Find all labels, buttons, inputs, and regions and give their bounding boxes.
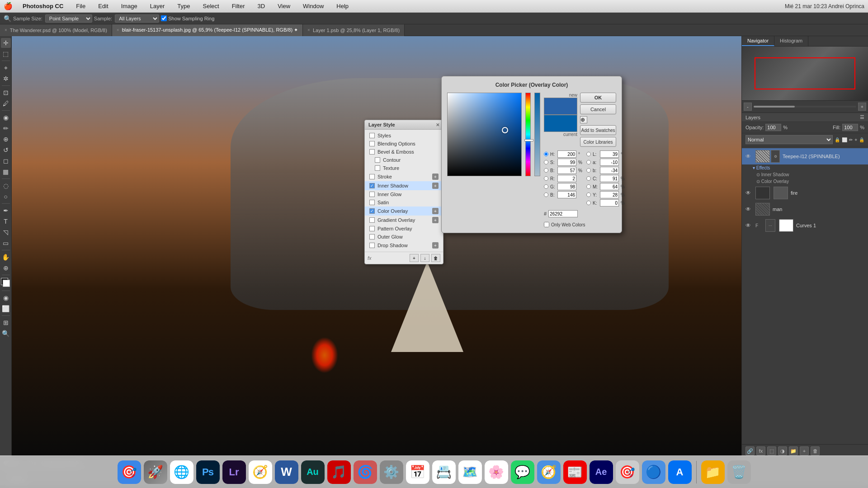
- image-menu[interactable]: Image: [118, 2, 140, 10]
- cp-hex-input[interactable]: [548, 210, 578, 217]
- cp-g-radio[interactable]: [544, 184, 548, 189]
- ls-blending[interactable]: Blending Options: [365, 140, 443, 148]
- cp-hue-input[interactable]: [557, 150, 576, 158]
- arrange-tool[interactable]: ⊞: [1, 318, 11, 328]
- cp-gradient-area[interactable]: [447, 93, 522, 176]
- ls-contour-checkbox[interactable]: [375, 157, 380, 163]
- ls-drop-shadow[interactable]: Drop Shadow +: [365, 241, 443, 250]
- show-sampling-label[interactable]: Show Sampling Ring: [161, 15, 214, 21]
- cp-b2-radio[interactable]: [586, 168, 591, 173]
- ls-pattern-overlay[interactable]: Pattern Overlay: [365, 225, 443, 233]
- ls-styles-checkbox[interactable]: [369, 133, 375, 138]
- show-sampling-checkbox[interactable]: [161, 15, 167, 21]
- layer-menu[interactable]: Layer: [147, 2, 168, 10]
- dock-whatsapp[interactable]: 💬: [511, 460, 534, 484]
- ls-stroke[interactable]: Stroke +: [365, 172, 443, 181]
- layer-fx-btn[interactable]: fx: [756, 446, 765, 455]
- ls-gradient-overlay[interactable]: Gradient Overlay +: [365, 216, 443, 225]
- layer-delete-btn[interactable]: 🗑: [811, 446, 820, 455]
- cp-c-input[interactable]: [600, 175, 619, 182]
- ls-stroke-checkbox[interactable]: [369, 174, 375, 179]
- hand-tool[interactable]: ✋: [1, 252, 11, 262]
- cp-web-checkbox[interactable]: [544, 222, 549, 227]
- tab-blair-close[interactable]: ×: [117, 28, 119, 33]
- dock-calendar[interactable]: 📅: [406, 460, 429, 484]
- dock-trash[interactable]: 🗑️: [727, 460, 751, 484]
- tab-wanderer[interactable]: × The Wanderer.psd @ 100% (Model, RGB/8): [0, 24, 112, 36]
- ls-drop-shadow-add[interactable]: +: [432, 242, 439, 249]
- cp-g-input[interactable]: [557, 183, 576, 190]
- tab-navigator[interactable]: Navigator: [742, 36, 774, 46]
- ls-drop-shadow-checkbox[interactable]: [369, 243, 375, 248]
- layer-adjust-btn[interactable]: ◑: [778, 446, 787, 455]
- dock-aftereffects[interactable]: Ae: [590, 460, 613, 484]
- layer-mask-btn[interactable]: ⬚: [767, 446, 776, 455]
- nav-zoom-in[interactable]: +: [858, 103, 866, 111]
- cp-m-input[interactable]: [600, 183, 619, 190]
- ls-gradient-overlay-add[interactable]: +: [432, 217, 439, 223]
- dock-safari[interactable]: 🧭: [249, 460, 272, 484]
- ls-pattern-overlay-checkbox[interactable]: [369, 226, 375, 231]
- ls-texture-checkbox[interactable]: [375, 165, 380, 171]
- ls-contour[interactable]: Contour: [365, 156, 443, 164]
- sample-size-select[interactable]: Point Sample 3 by 3 Average 5 by 5 Avera…: [45, 14, 92, 23]
- tab-histogram[interactable]: Histogram: [774, 36, 808, 46]
- dock-finder[interactable]: 🎯: [118, 460, 141, 484]
- cp-bright-radio[interactable]: [544, 168, 548, 173]
- dock-music[interactable]: 🎵: [327, 460, 351, 484]
- brush-tool[interactable]: ✏: [1, 123, 11, 133]
- dock-audition[interactable]: Au: [301, 460, 325, 484]
- ls-texture[interactable]: Texture: [365, 164, 443, 172]
- layer-teepee[interactable]: 👁 ⚙ Teepee-l12 (SPINNABLE): [742, 148, 868, 164]
- layer-teepee-eye[interactable]: 👁: [745, 153, 753, 160]
- cp-y-input[interactable]: [600, 191, 619, 198]
- cp-hue-strip[interactable]: [525, 93, 531, 176]
- dock-app-gray[interactable]: 🎯: [616, 460, 639, 484]
- ls-add-btn[interactable]: +: [410, 254, 419, 262]
- dock-blue-app[interactable]: 🔵: [642, 460, 665, 484]
- layer-man-eye[interactable]: 👁: [745, 206, 753, 212]
- layer-teepee-effects[interactable]: ▾ Effects: [742, 164, 868, 171]
- cp-m-radio[interactable]: [586, 184, 591, 189]
- dodge-tool[interactable]: ○: [1, 192, 11, 202]
- layer-link-btn[interactable]: 🔗: [745, 446, 755, 455]
- magic-wand-tool[interactable]: ✲: [1, 74, 11, 84]
- cp-a-input[interactable]: [600, 159, 619, 166]
- screen-mode-tool[interactable]: ⬜: [1, 304, 11, 314]
- ls-bevel[interactable]: Bevel & Emboss: [365, 148, 443, 156]
- cp-k-radio[interactable]: [586, 201, 591, 205]
- 3d-menu[interactable]: 3D: [255, 2, 268, 10]
- cp-alpha-strip[interactable]: [534, 93, 540, 176]
- cp-sat-input[interactable]: [557, 159, 576, 166]
- app-menu[interactable]: Photoshop CC: [20, 2, 66, 10]
- layer-curves1[interactable]: 👁 F ⋯ Curves 1: [742, 217, 868, 234]
- cp-b2-input[interactable]: [600, 167, 619, 174]
- type-menu[interactable]: Type: [175, 2, 193, 10]
- crop-tool[interactable]: ⊡: [1, 88, 11, 98]
- spot-heal-tool[interactable]: ◉: [1, 113, 11, 122]
- dock-chrome[interactable]: 🌐: [170, 460, 193, 484]
- dock-photos[interactable]: 🌸: [485, 460, 508, 484]
- select-menu[interactable]: Select: [200, 2, 222, 10]
- blend-mode-select[interactable]: Normal Multiply Screen: [745, 135, 833, 144]
- dock-app-orange[interactable]: 🌀: [354, 460, 377, 484]
- cp-color-libraries-button[interactable]: Color Libraries: [580, 137, 616, 147]
- dock-maps[interactable]: 🗺️: [458, 460, 482, 484]
- cp-l-input[interactable]: [600, 150, 619, 158]
- ls-satin-checkbox[interactable]: [369, 200, 375, 205]
- shape-tool[interactable]: ▭: [1, 238, 11, 248]
- cp-ok-button[interactable]: OK: [580, 93, 616, 103]
- tab-wanderer-close[interactable]: ×: [5, 28, 7, 33]
- dock-photoshop[interactable]: Ps: [196, 460, 220, 484]
- cp-a-radio[interactable]: [586, 160, 591, 164]
- tab-blair[interactable]: × blair-fraser-15137-unsplash.jpg @ 65,9…: [112, 24, 303, 36]
- sample-select[interactable]: All Layers Current Layer: [115, 14, 159, 23]
- ls-stroke-add[interactable]: +: [432, 174, 439, 180]
- cp-bright-input[interactable]: [557, 167, 576, 174]
- ls-gradient-overlay-checkbox[interactable]: [369, 217, 375, 223]
- layer-new-btn[interactable]: +: [800, 446, 809, 455]
- dock-launchpad[interactable]: 🚀: [144, 460, 167, 484]
- dock-nav-app[interactable]: 🧭: [537, 460, 561, 484]
- cp-add-swatches-button[interactable]: Add to Swatches: [580, 125, 616, 135]
- layer-curves1-eye[interactable]: 👁: [745, 222, 753, 229]
